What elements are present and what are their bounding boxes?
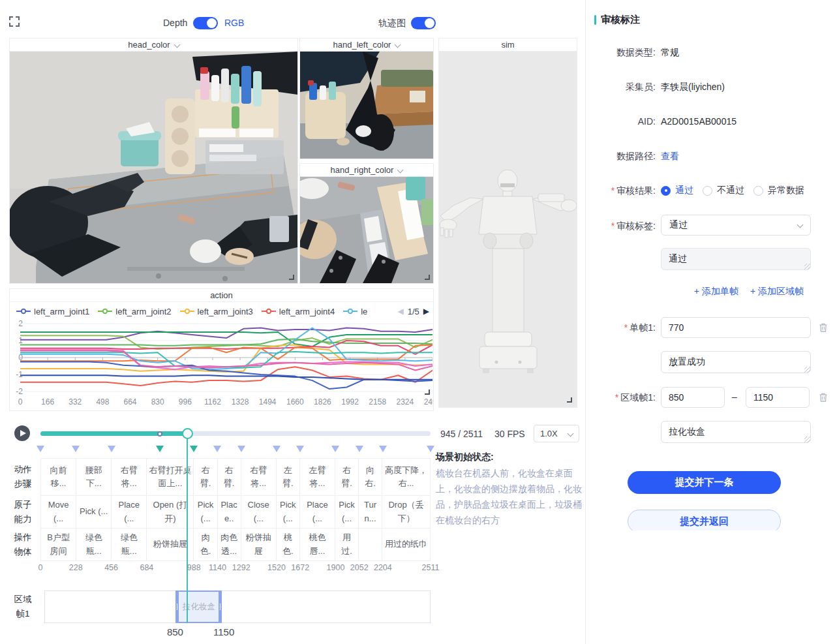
depth-rgb-toggle[interactable] [193,17,218,29]
add-single-frame-link[interactable]: + 添加单帧 [694,286,738,298]
step-cell[interactable]: 右臂. [335,459,359,495]
keyframe-marker[interactable] [379,446,387,452]
step-cell[interactable]: 向右. [359,459,382,495]
atomic-cell[interactable]: Pick (... [194,496,218,528]
atomic-cell[interactable]: Pick (... [335,496,359,528]
step-cell[interactable]: 右臂. [194,459,218,495]
required-asterisk: * [611,221,615,231]
object-cell[interactable]: 桃色唇... [300,529,335,560]
object-cell[interactable]: 肉色. [194,529,218,560]
legend-item[interactable]: left_arm_joint4 [262,307,335,316]
resize-handle-icon[interactable] [289,275,294,280]
step-cell[interactable]: 右臂将... [112,459,147,495]
table-axis-tick: 0 [26,563,55,572]
atomic-cell[interactable]: Place (... [300,496,335,528]
step-cell[interactable]: 高度下降，右... [382,459,430,495]
step-cell[interactable]: 左臂将... [300,459,335,495]
keyframe-marker[interactable] [213,446,221,452]
single-frame-note-textarea[interactable]: 放置成功 [661,351,811,373]
keyframe-marker[interactable] [331,446,339,452]
single-frame-input[interactable] [661,317,811,338]
keyframe-marker[interactable] [37,446,44,452]
hand-right-camera-title: hand_right_color [331,165,394,175]
trash-icon[interactable] [818,322,828,333]
legend-series-glyph [98,308,112,314]
atomic-cell[interactable]: Move (... [41,496,76,528]
atomic-cell[interactable]: Place.. [218,496,241,528]
playback-speed-select[interactable]: 1.0X [534,425,579,442]
legend-item[interactable]: left_arm_joint3 [180,307,253,316]
region-start-input[interactable] [661,387,725,408]
legend-item[interactable]: le [343,307,367,316]
x-axis-tick: 498 [91,397,114,406]
object-cell[interactable]: 粉饼抽屉 [241,529,277,560]
timeline-slider-handle[interactable] [182,428,193,439]
resize-handle-icon[interactable] [567,397,572,403]
object-cell[interactable]: 肉色透... [218,529,241,560]
head-camera-title: head_color [128,40,170,50]
x-axis-tick: 0 [9,397,31,406]
resize-handle-icon[interactable] [425,390,430,395]
object-cell[interactable] [359,529,382,560]
atomic-cell[interactable]: Drop（丢下） [382,496,430,528]
atomic-cell[interactable]: Pick (... [277,496,300,528]
object-cell[interactable]: 桃色. [277,529,300,560]
play-button[interactable] [14,425,30,441]
review-tag-select[interactable]: 通过 [661,215,811,236]
region-right-drag-handle[interactable] [219,592,222,622]
object-cell[interactable]: 用过. [335,529,359,560]
x-axis-tick: 2490 [421,397,434,406]
hand-right-camera-header[interactable]: hand_right_color [300,164,433,177]
collector-value: 李轶晨(liyichen) [661,82,725,93]
review-tag-note-textarea[interactable]: 通过 [661,248,811,270]
step-cell[interactable]: 左臂. [277,459,300,495]
trajectory-toggle[interactable] [411,17,436,29]
atomic-cell[interactable]: Close (... [241,496,277,528]
keyframe-marker[interactable] [273,446,281,452]
object-cell[interactable]: B户型房间 [41,529,76,560]
legend-item[interactable]: left_arm_joint2 [98,307,171,316]
keyframe-marker[interactable] [296,446,304,452]
object-cell[interactable]: 绿色瓶... [112,529,147,560]
keyframe-marker[interactable] [356,446,363,452]
object-cell[interactable]: 用过的纸巾 [382,529,430,560]
data-path-view-link[interactable]: 查看 [661,151,679,162]
step-cell[interactable]: 右臂将... [241,459,277,495]
pager-next-icon[interactable]: ▶ [423,307,429,316]
keyframe-marker[interactable] [108,446,115,452]
region-frame-track[interactable]: 拉化妆盒 [44,590,431,623]
keyframe-marker-teal[interactable] [190,446,198,452]
resize-handle-icon[interactable] [425,275,430,280]
head-camera-header[interactable]: head_color [10,38,297,52]
fullscreen-icon[interactable] [9,16,20,27]
keyframe-marker[interactable] [237,446,245,452]
radio-option-pass[interactable]: 通过 [661,185,693,196]
object-cell[interactable]: 绿色瓶... [76,529,112,560]
region-end-input[interactable] [746,387,810,408]
legend-label: left_arm_joint1 [34,307,89,316]
region-frame-segment[interactable]: 拉化妆盒 [175,590,222,623]
pager-prev-icon[interactable]: ◀ [397,307,403,316]
keyframe-marker[interactable] [427,446,434,452]
atomic-cell[interactable]: Pick (... [76,496,112,528]
region-left-drag-handle[interactable] [175,592,179,622]
submit-next-button[interactable]: 提交并下一条 [628,471,781,494]
step-cell[interactable]: 右臂. [218,459,241,495]
step-cell[interactable]: 腰部下... [76,459,112,495]
hand-left-camera-header[interactable]: hand_left_color [300,38,433,52]
atomic-cell[interactable]: Place (... [112,496,147,528]
single-frame-dot-marker[interactable] [157,431,162,437]
radio-option-fail[interactable]: 不通过 [703,185,744,196]
atomic-cell[interactable]: Turn... [359,496,382,528]
chart-pager: ◀ 1/5 ▶ [395,303,429,320]
x-axis-tick: 1660 [284,397,306,406]
keyframe-marker[interactable] [72,446,80,452]
trash-icon[interactable] [818,392,828,403]
submit-return-button[interactable]: 提交并返回 [628,510,781,530]
radio-option-abnormal[interactable]: 异常数据 [753,185,804,196]
add-region-frame-link[interactable]: + 添加区域帧 [750,286,804,298]
region-frame-note-textarea[interactable]: 拉化妆盒 [661,421,811,443]
legend-item[interactable]: left_arm_joint1 [16,307,89,316]
step-cell[interactable]: 向前移... [41,459,76,495]
keyframe-marker-teal[interactable] [156,446,164,452]
